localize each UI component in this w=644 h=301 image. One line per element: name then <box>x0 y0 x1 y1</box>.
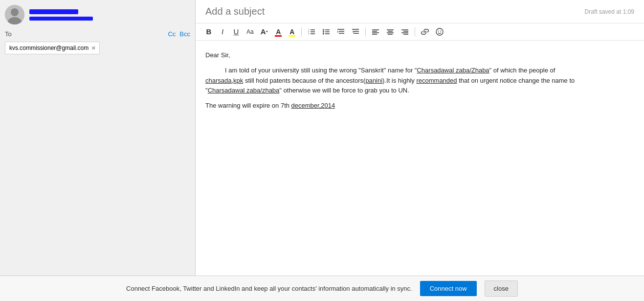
svg-text:3: 3 <box>308 32 310 35</box>
to-label: To <box>5 30 12 38</box>
svg-marker-22 <box>353 31 354 33</box>
unordered-list-button[interactable] <box>320 26 332 37</box>
align-left-button[interactable] <box>370 26 381 37</box>
draft-status: Draft saved at 1:09 <box>585 8 634 15</box>
font-color-button[interactable]: A <box>273 26 284 37</box>
svg-point-12 <box>323 29 324 31</box>
underline-button[interactable]: U <box>231 26 242 37</box>
sender-name-bar <box>29 9 78 14</box>
notification-message: Connect Facebook, Twitter and LinkedIn a… <box>126 285 412 292</box>
indent-more-button[interactable] <box>335 26 347 37</box>
italic-button[interactable]: I <box>217 26 228 37</box>
link-button[interactable] <box>419 26 431 37</box>
toolbar-separator-3 <box>415 27 415 36</box>
connect-now-button[interactable]: Connect now <box>420 281 477 296</box>
toolbar-separator-2 <box>365 27 366 36</box>
avatar <box>5 5 24 24</box>
sidebar: To Cc Bcc kvs.commissioner@gmail.com × <box>0 0 196 276</box>
sender-row <box>5 5 190 24</box>
chip-remove-button[interactable]: × <box>91 44 95 52</box>
indent-less-button[interactable] <box>350 26 361 37</box>
align-center-button[interactable] <box>384 26 396 37</box>
emoji-button[interactable] <box>434 26 445 37</box>
recipient-email: kvs.commissioner@gmail.com <box>9 45 89 51</box>
highlight-button[interactable]: A <box>287 26 297 37</box>
email-body[interactable]: Dear Sir, I am told of your university s… <box>196 41 644 276</box>
subject-input[interactable] <box>205 6 585 17</box>
ordered-list-button[interactable]: 123 <box>306 26 317 37</box>
bcc-link[interactable]: Bcc <box>179 30 190 38</box>
svg-point-14 <box>323 33 324 35</box>
recipient-chip: kvs.commissioner@gmail.com × <box>5 42 100 54</box>
compose-area: Draft saved at 1:09 B I U Aa A+ A A 123 <box>196 0 644 276</box>
close-notification-button[interactable]: close <box>485 280 518 297</box>
notification-bar: Connect Facebook, Twitter and LinkedIn a… <box>0 276 644 301</box>
subject-row: Draft saved at 1:09 <box>196 0 644 23</box>
sender-info <box>29 9 190 21</box>
align-right-button[interactable] <box>399 26 411 37</box>
formatting-toolbar: B I U Aa A+ A A 123 <box>196 23 644 41</box>
svg-marker-18 <box>337 31 338 33</box>
svg-point-13 <box>323 31 324 33</box>
font-size-small-button[interactable]: Aa <box>244 26 256 37</box>
svg-point-38 <box>441 31 442 32</box>
svg-point-1 <box>11 8 19 16</box>
to-row: To Cc Bcc <box>5 30 190 38</box>
sender-email-bar <box>29 17 93 21</box>
cc-link[interactable]: Cc <box>168 30 176 38</box>
svg-point-37 <box>438 31 439 32</box>
body-warning: The warning will expire on 7th december,… <box>205 101 634 111</box>
svg-point-36 <box>436 28 443 35</box>
toolbar-separator-1 <box>301 27 302 36</box>
body-paragraph-1: I am told of your university still using… <box>205 66 634 96</box>
cc-bcc-links: Cc Bcc <box>168 30 190 38</box>
body-greeting: Dear Sir, <box>205 50 634 61</box>
bold-button[interactable]: B <box>203 26 214 37</box>
font-size-large-button[interactable]: A+ <box>259 26 270 37</box>
